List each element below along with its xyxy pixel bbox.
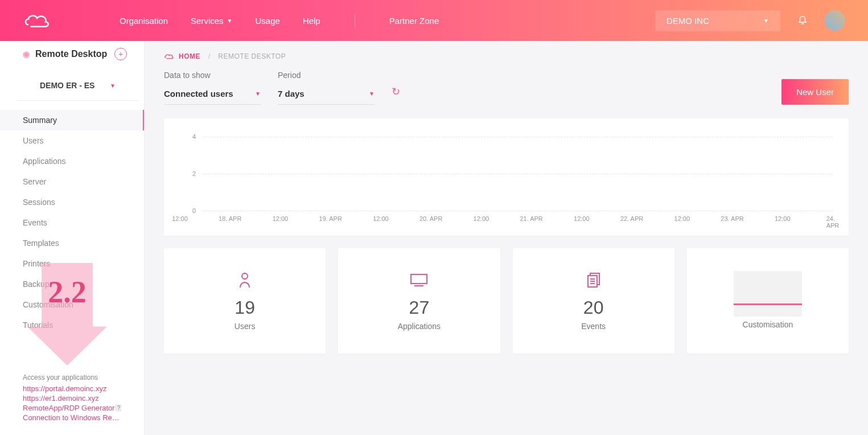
x-tick: 12:00 xyxy=(574,215,590,222)
sidebar-item-users[interactable]: Users xyxy=(0,130,144,151)
y-tick: 0 xyxy=(192,207,196,214)
x-tick: 24. APR xyxy=(826,215,840,229)
caret-down-icon: ▼ xyxy=(110,83,116,89)
x-tick: 12:00 xyxy=(273,215,289,222)
stat-events-value: 20 xyxy=(583,297,604,318)
add-button[interactable]: + xyxy=(114,48,127,60)
x-tick: 18. APR xyxy=(219,215,241,222)
caret-down-icon: ▼ xyxy=(255,91,261,97)
org-selected-label: DEMO INC xyxy=(667,16,709,26)
stat-card-applications[interactable]: 27 Applications xyxy=(338,248,500,354)
help-icon[interactable]: ? xyxy=(115,404,121,412)
caret-down-icon: ▼ xyxy=(369,91,375,97)
sidebar: ◉ Remote Desktop + DEMO ER - ES ▼ Summar… xyxy=(0,41,145,435)
nav-usage[interactable]: Usage xyxy=(256,16,280,26)
filter-period-label: Period xyxy=(278,71,375,80)
sidebar-item-events[interactable]: Events xyxy=(0,212,144,233)
user-icon xyxy=(238,271,252,289)
svg-rect-1 xyxy=(411,274,427,284)
filters: Data to show Connected users ▼ Period 7 … xyxy=(164,71,849,105)
sidebar-title: ◉ Remote Desktop xyxy=(23,49,107,59)
stats-row: 19 Users 27 Applications 20 Events Custo… xyxy=(164,248,849,354)
nav-partner-zone[interactable]: Partner Zone xyxy=(389,16,439,26)
main: HOME / REMOTE DESKTOP Data to show Conne… xyxy=(145,41,868,435)
stat-card-users[interactable]: 19 Users xyxy=(164,248,326,354)
link-text: RemoteApp/RDP Generator xyxy=(23,404,115,412)
sidebar-link[interactable]: RemoteApp/RDP Generator? xyxy=(23,403,121,413)
nav-separator xyxy=(355,14,355,27)
breadcrumb-sep: / xyxy=(208,52,210,60)
monitor-icon xyxy=(410,271,428,289)
sidebar-item-templates[interactable]: Templates xyxy=(0,233,144,253)
x-tick: 12:00 xyxy=(674,215,690,222)
filter-data-value: Connected users xyxy=(164,89,233,99)
new-user-button[interactable]: New User xyxy=(781,79,849,105)
x-tick: 12:00 xyxy=(775,215,791,222)
sidebar-item-sessions[interactable]: Sessions xyxy=(0,192,144,212)
x-tick: 20. APR xyxy=(419,215,442,222)
x-tick: 12:00 xyxy=(474,215,489,222)
breadcrumb-home[interactable]: HOME xyxy=(164,52,200,60)
stat-users-label: Users xyxy=(235,322,256,331)
sidebar-item-applications[interactable]: Applications xyxy=(0,151,144,171)
filter-period-select[interactable]: 7 days ▼ xyxy=(278,85,375,105)
sidebar-link[interactable]: Connection to Windows Rem… xyxy=(23,413,121,422)
caret-down-icon: ▼ xyxy=(763,18,769,24)
x-tick: 23. APR xyxy=(721,215,743,222)
stat-events-label: Events xyxy=(581,322,606,331)
nav-services[interactable]: Services▼ xyxy=(191,16,232,26)
remote-desktop-icon: ◉ xyxy=(23,50,30,59)
header: Organisation Services▼ Usage Help Partne… xyxy=(0,0,868,41)
logo[interactable] xyxy=(23,12,51,29)
svg-point-0 xyxy=(242,273,248,279)
filter-data: Data to show Connected users ▼ xyxy=(164,71,261,105)
y-tick: 2 xyxy=(192,170,196,177)
x-tick: 21. APR xyxy=(520,215,542,222)
stat-users-value: 19 xyxy=(235,297,255,318)
org-select[interactable]: DEMO INC ▼ xyxy=(655,10,780,31)
cloud-icon xyxy=(164,53,174,60)
header-right: DEMO INC ▼ xyxy=(655,10,845,31)
avatar[interactable] xyxy=(825,10,845,31)
chart-x-axis: 12:0018. APR12:0019. APR12:0020. APR12:0… xyxy=(180,215,833,224)
sidebar-header: ◉ Remote Desktop + xyxy=(0,48,144,71)
notifications-icon[interactable] xyxy=(797,14,808,27)
footer-title: Access your applications xyxy=(23,374,121,381)
sidebar-footer: Access your applications https://portal.… xyxy=(0,368,144,428)
refresh-button[interactable]: ↻ xyxy=(392,85,400,105)
sidebar-org-select[interactable]: DEMO ER - ES ▼ xyxy=(17,71,138,101)
caret-down-icon: ▼ xyxy=(227,18,233,24)
x-tick: 12:00 xyxy=(373,215,389,222)
breadcrumb-current: REMOTE DESKTOP xyxy=(218,52,286,60)
stat-card-customisation[interactable]: Customisation xyxy=(687,248,849,354)
stat-custom-label: Customisation xyxy=(743,320,793,329)
x-tick: 22. APR xyxy=(620,215,643,222)
nav-organisation[interactable]: Organisation xyxy=(120,16,168,26)
filter-data-select[interactable]: Connected users ▼ xyxy=(164,85,261,105)
filter-period: Period 7 days ▼ xyxy=(278,71,375,105)
nav-services-label: Services xyxy=(191,16,224,26)
customisation-thumb xyxy=(734,271,802,317)
stat-card-events[interactable]: 20 Events xyxy=(513,248,674,354)
sidebar-org-label: DEMO ER - ES xyxy=(40,81,94,90)
breadcrumb: HOME / REMOTE DESKTOP xyxy=(164,52,849,60)
sidebar-item-summary[interactable]: Summary xyxy=(0,110,144,130)
chart-area: 024 xyxy=(180,137,833,211)
stat-apps-value: 27 xyxy=(409,297,430,318)
x-tick: 12:00 xyxy=(172,215,188,222)
breadcrumb-home-text: HOME xyxy=(179,52,200,60)
y-tick: 4 xyxy=(192,133,196,140)
chart-card: 024 12:0018. APR12:0019. APR12:0020. APR… xyxy=(164,118,849,236)
documents-icon xyxy=(586,271,602,289)
x-tick: 19. APR xyxy=(319,215,342,222)
filter-data-label: Data to show xyxy=(164,71,261,80)
filter-period-value: 7 days xyxy=(278,89,305,99)
sidebar-link[interactable]: https://er1.demoinc.xyz xyxy=(23,393,121,403)
nav: Organisation Services▼ Usage Help Partne… xyxy=(120,14,439,27)
stat-apps-label: Applications xyxy=(398,322,441,331)
sidebar-title-text: Remote Desktop xyxy=(35,49,107,59)
sidebar-item-server[interactable]: Server xyxy=(0,171,144,192)
nav-help[interactable]: Help xyxy=(303,16,320,26)
sidebar-link[interactable]: https://portal.demoinc.xyz xyxy=(23,384,121,393)
